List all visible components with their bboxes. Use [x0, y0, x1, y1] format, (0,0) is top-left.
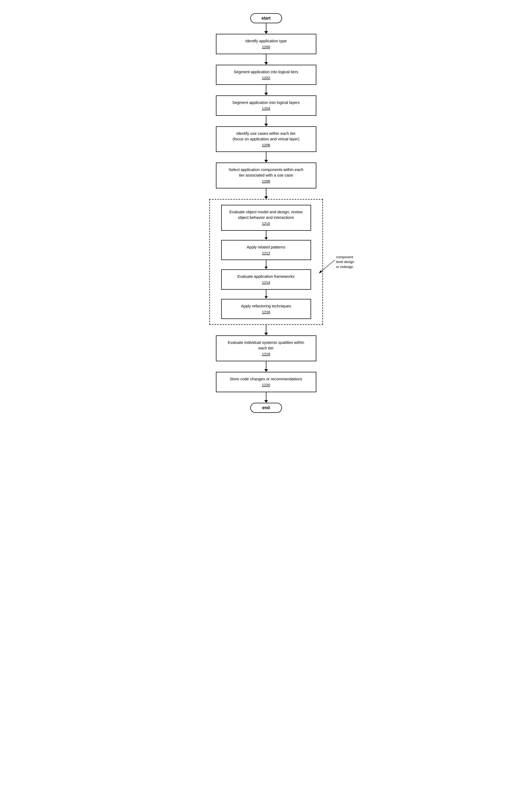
node-1204-label: Segment application into logical layers	[232, 100, 300, 105]
node-1202: Segment application into logical tiers 1…	[216, 65, 316, 85]
arrow-2	[264, 54, 268, 65]
node-1208: Select application components within eac…	[216, 163, 316, 188]
inner-arrow-3	[264, 290, 268, 299]
node-1206-label: Identify use cases within each tier(focu…	[233, 131, 299, 141]
node-1210-label: Evaluate object model and design; review…	[229, 210, 303, 219]
flowchart: start Identify application type 1200 Seg…	[174, 13, 358, 413]
node-1218-ref: 1218	[222, 352, 310, 357]
node-1210: Evaluate object model and design; review…	[221, 205, 311, 231]
node-1200-ref: 1200	[222, 45, 310, 50]
inner-arrow-1	[264, 231, 268, 240]
arrow-9	[264, 392, 268, 403]
node-1220-ref: 1220	[222, 383, 310, 388]
node-1214-ref: 1214	[227, 280, 305, 285]
node-1212: Apply related patterns 1212	[221, 240, 311, 260]
node-1212-ref: 1212	[227, 251, 305, 256]
end-terminal: end	[250, 403, 282, 413]
arrow-3	[264, 85, 268, 95]
dashed-wrapper: componentlevel designor redesign Evaluat…	[209, 199, 323, 325]
start-terminal: start	[250, 13, 282, 23]
node-1216-ref: 1216	[227, 310, 305, 315]
node-1218-label: Evaluate individual systemic qualities w…	[228, 340, 304, 350]
arrow-4	[264, 116, 268, 126]
arrow-7	[264, 325, 268, 336]
arrow-6	[264, 188, 268, 199]
end-label: end	[262, 406, 270, 410]
dashed-region: Evaluate object model and design; review…	[209, 199, 323, 325]
node-1216: Apply refactoring techniques 1216	[221, 299, 311, 319]
arrow-1	[264, 23, 268, 34]
arrow-8	[264, 361, 268, 372]
node-1204-ref: 1204	[222, 106, 310, 112]
node-1218: Evaluate individual systemic qualities w…	[216, 336, 316, 361]
node-1202-ref: 1202	[222, 75, 310, 81]
node-1202-label: Segment application into logical tiers	[234, 70, 298, 74]
node-1200-label: Identify application type	[245, 39, 287, 43]
component-level-label: componentlevel designor redesign	[336, 255, 371, 269]
node-1220-label: Store code changes or recommendations	[230, 377, 302, 381]
node-1214: Evaluate application frameworks 1214	[221, 269, 311, 290]
arrow-5	[264, 152, 268, 163]
node-1214-label: Evaluate application frameworks	[237, 274, 295, 279]
diagram-container: start Identify application type 1200 Seg…	[174, 5, 358, 421]
node-1212-label: Apply related patterns	[247, 245, 285, 249]
node-1206-ref: 1206	[222, 143, 310, 148]
node-1200: Identify application type 1200	[216, 34, 316, 54]
component-label-text: componentlevel designor redesign	[336, 255, 354, 269]
node-1210-ref: 1210	[227, 221, 305, 227]
start-label: start	[261, 16, 271, 20]
node-1220: Store code changes or recommendations 12…	[216, 372, 316, 392]
inner-arrow-2	[264, 260, 268, 269]
node-1216-label: Apply refactoring techniques	[241, 304, 291, 308]
node-1208-ref: 1208	[222, 179, 310, 184]
node-1206: Identify use cases within each tier(focu…	[216, 126, 316, 152]
node-1208-label: Select application components within eac…	[229, 167, 303, 177]
node-1204: Segment application into logical layers …	[216, 95, 316, 116]
